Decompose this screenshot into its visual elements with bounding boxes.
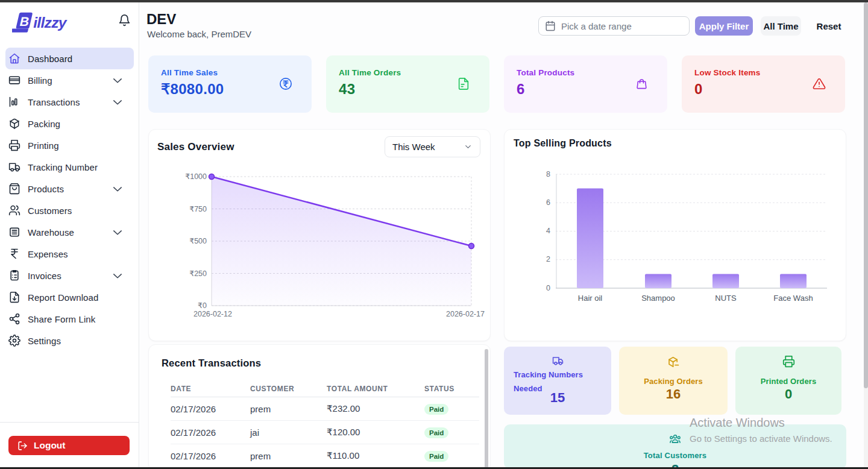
svg-text:₹750: ₹750 <box>189 205 207 213</box>
svg-text:4: 4 <box>546 227 550 235</box>
svg-text:Face Wash: Face Wash <box>773 294 813 303</box>
svg-text:2026-02-12: 2026-02-12 <box>193 310 232 318</box>
svg-text:₹0: ₹0 <box>198 301 207 310</box>
svg-text:illzzy: illzzy <box>33 14 68 31</box>
svg-text:NUTS: NUTS <box>715 294 737 303</box>
svg-text:Hair oil: Hair oil <box>578 294 603 303</box>
svg-text:₹1000: ₹1000 <box>185 172 207 181</box>
svg-text:0: 0 <box>546 284 550 292</box>
svg-text:₹500: ₹500 <box>189 237 207 245</box>
svg-text:₹250: ₹250 <box>189 269 207 278</box>
svg-text:8: 8 <box>546 170 550 178</box>
svg-text:2: 2 <box>546 255 550 263</box>
svg-text:Shampoo: Shampoo <box>641 294 675 303</box>
svg-text:6: 6 <box>546 198 550 207</box>
svg-text:2026-02-17: 2026-02-17 <box>446 310 485 318</box>
